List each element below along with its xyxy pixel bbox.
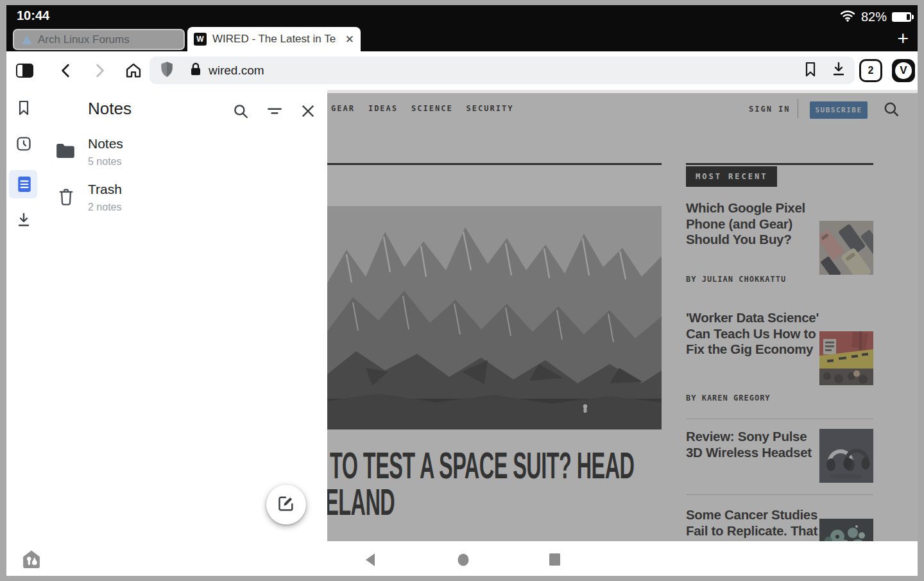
article-divider (686, 494, 873, 495)
main-column-rule (327, 163, 662, 165)
nav-item-security[interactable]: SECURITY (466, 104, 514, 113)
back-button[interactable] (58, 62, 74, 82)
content-area: Notes Notes 5 notes Trash 2 notes (6, 90, 918, 541)
download-page-icon[interactable] (832, 61, 846, 80)
android-recents-button[interactable] (549, 553, 561, 569)
compose-icon (277, 494, 295, 515)
status-clock: 10:44 (17, 8, 49, 23)
site-nav: GEAR IDEAS SCIENCE SECURITY (331, 104, 513, 113)
sidebar-toggle-icon[interactable] (16, 64, 33, 78)
bookmarks-panel-icon[interactable] (16, 100, 31, 119)
lock-icon[interactable] (189, 62, 202, 80)
article-thumbnail-cancer-studies[interactable] (819, 519, 873, 541)
notes-folder-count: 5 notes (88, 156, 121, 168)
trash-folder-row[interactable]: Trash (88, 182, 122, 197)
subscribe-button[interactable]: SUBSCRIBE (810, 101, 868, 119)
battery-icon (892, 12, 911, 22)
article-byline: BY KAREN GREGORY (686, 394, 771, 403)
folder-icon (56, 143, 75, 162)
most-recent-badge: MOST RECENT (686, 166, 777, 187)
article-byline: BY JULIAN CHOKKATTU (686, 275, 786, 284)
nav-item-gear[interactable]: GEAR (331, 104, 355, 113)
panel-title: Notes (88, 99, 132, 119)
tab-title: WIRED - The Latest in Te (212, 33, 339, 46)
notes-sort-icon[interactable] (266, 103, 283, 122)
top-bar: 10:44 82% Arch Linux Forums W WIRED - Th… (6, 5, 918, 51)
article-headline[interactable]: TO TEST A SPACE SUIT? HEAD ELAND (330, 447, 634, 520)
header-divider (798, 99, 798, 118)
wifi-icon (839, 8, 856, 26)
browser-toolbar: wired.com 2 V (6, 51, 918, 90)
nav-item-ideas[interactable]: IDEAS (368, 104, 398, 113)
tab-count: 2 (868, 65, 874, 76)
most-recent-column: MOST RECENT Which Google Pixel Phone (an… (686, 90, 873, 541)
arch-linux-favicon (22, 35, 32, 44)
forward-button[interactable] (91, 62, 108, 82)
article-thumbnail-pixel[interactable] (819, 221, 873, 275)
new-tab-button[interactable]: + (897, 28, 909, 49)
android-back-button[interactable] (364, 553, 376, 569)
url-text[interactable]: wired.com (209, 64, 264, 78)
history-panel-icon[interactable] (16, 136, 31, 154)
article-link-pixel[interactable]: Which Google Pixel Phone (and Gear) Shou… (686, 200, 822, 248)
wired-webpage: GEAR IDEAS SCIENCE SECURITY SIGN IN SUBS… (327, 90, 918, 541)
bookmark-page-icon[interactable] (803, 61, 817, 80)
shield-icon[interactable] (158, 60, 175, 81)
article-divider (686, 419, 873, 419)
article-link-cancer-studies[interactable]: Some Cancer Studies Fail to Replicate. T… (686, 507, 822, 539)
status-indicators: 82% (839, 8, 911, 26)
page-top-strip (327, 90, 918, 93)
trash-icon (58, 187, 74, 209)
article-link-sony-headset[interactable]: Review: Sony Pulse 3D Wireless Headset (686, 429, 822, 460)
article-thumbnail-gig-economy[interactable] (819, 331, 873, 385)
right-column-rule (686, 163, 873, 165)
vivaldi-menu-button[interactable]: V (892, 59, 915, 82)
article-link-gig-economy[interactable]: 'Worker Data Science' Can Teach Us How t… (686, 310, 822, 358)
new-note-fab[interactable] (266, 485, 306, 525)
android-home-button[interactable] (457, 553, 470, 569)
home-button[interactable] (124, 62, 142, 82)
downloads-panel-icon[interactable] (16, 212, 31, 231)
tab-arch-linux-forums[interactable]: Arch Linux Forums (13, 29, 185, 50)
vivaldi-logo-icon: V (895, 62, 912, 79)
headline-line-1: TO TEST A SPACE SUIT? HEAD (330, 447, 634, 483)
notes-search-icon[interactable] (232, 103, 249, 122)
screenshot-frame: 10:44 82% Arch Linux Forums W WIRED - Th… (0, 0, 924, 581)
launcher-home-icon[interactable] (22, 550, 40, 571)
nav-item-science[interactable]: SCIENCE (411, 104, 453, 113)
tab-close-icon[interactable]: ✕ (345, 33, 354, 46)
tab-wired[interactable]: W WIRED - The Latest in Te ✕ (187, 27, 361, 51)
site-search-icon[interactable] (883, 101, 900, 120)
browser-window: 10:44 82% Arch Linux Forums W WIRED - Th… (6, 5, 918, 576)
tab-strip: Arch Linux Forums W WIRED - The Latest i… (6, 27, 918, 51)
panel-close-icon[interactable] (300, 103, 316, 122)
notes-panel: Notes Notes 5 notes Trash 2 notes (6, 90, 327, 541)
battery-percent: 82% (861, 10, 887, 24)
wired-favicon: W (194, 33, 207, 46)
tab-title: Arch Linux Forums (38, 33, 176, 46)
trash-folder-count: 2 notes (88, 202, 121, 213)
hero-image[interactable] (327, 206, 662, 429)
notes-panel-icon[interactable] (17, 176, 31, 195)
headline-line-2: ELAND (327, 483, 634, 520)
notes-folder-row[interactable]: Notes (88, 136, 123, 152)
sign-in-link[interactable]: SIGN IN (749, 105, 791, 114)
url-bar[interactable]: wired.com (150, 56, 855, 84)
tab-counter-button[interactable]: 2 (859, 59, 882, 82)
system-navbar (6, 541, 918, 576)
article-thumbnail-sony-headset[interactable] (819, 429, 873, 483)
